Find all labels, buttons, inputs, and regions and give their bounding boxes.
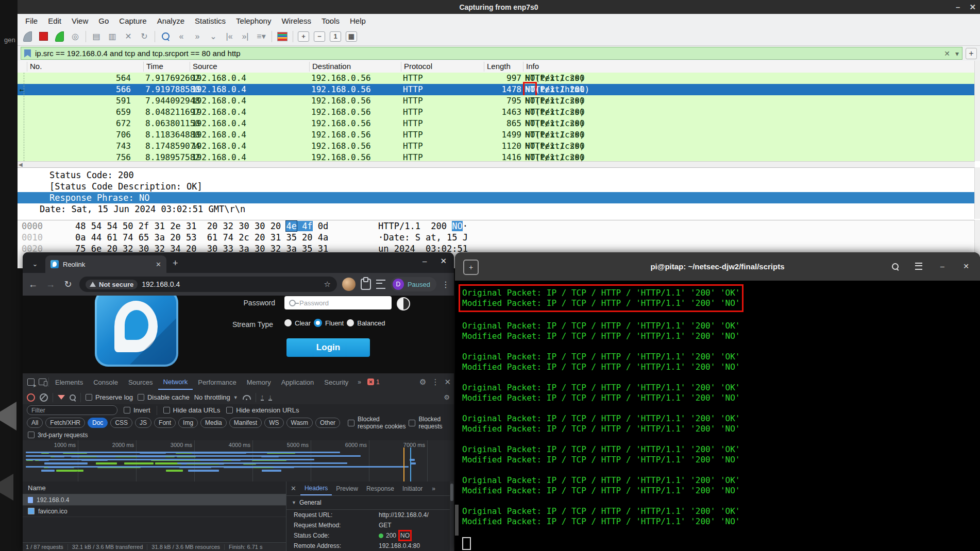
terminal-scrollbar[interactable] — [455, 505, 459, 536]
disable-cache-checkbox[interactable]: Disable cache — [138, 393, 190, 401]
device-toolbar-icon[interactable] — [37, 377, 47, 387]
network-overview-timeline[interactable]: 1000 ms2000 ms3000 ms4000 ms5000 ms6000 … — [23, 440, 454, 482]
zoom-in-icon[interactable]: + — [298, 31, 309, 42]
column-length[interactable]: Length — [484, 62, 511, 72]
export-har-icon[interactable]: ↓ — [268, 394, 272, 401]
column-no[interactable]: No. — [27, 62, 42, 72]
import-har-icon[interactable]: ↑ — [261, 394, 264, 401]
close-button[interactable]: ✕ — [440, 256, 447, 266]
network-filter-input[interactable]: Filter — [27, 405, 117, 415]
first-packet-icon[interactable]: |« — [224, 31, 235, 42]
chip-ws[interactable]: WS — [264, 418, 283, 428]
details-vscrollbar[interactable] — [974, 167, 980, 219]
detail-line[interactable]: Date: Sat, 15 Jun 2024 03:02:51 GMT\r\n — [18, 203, 975, 215]
find-packet-icon[interactable] — [160, 31, 171, 42]
panel-more-tabs-icon[interactable]: » — [429, 485, 438, 492]
column-protocol[interactable]: Protocol — [401, 62, 432, 72]
devtools-tab-elements[interactable]: Elements — [50, 375, 88, 389]
chrome-menu-icon[interactable]: ⋮ — [442, 280, 450, 289]
stream-radio-clear[interactable] — [284, 319, 292, 326]
menu-capture[interactable]: Capture — [114, 15, 151, 26]
throttling-dropdown[interactable]: No throttling▼ — [194, 393, 238, 401]
detail-line[interactable]: Response Phrase: NO — [18, 192, 975, 203]
name-column-header[interactable]: Name — [23, 481, 286, 494]
devtools-settings-icon[interactable]: ⚙ — [419, 377, 426, 387]
close-button[interactable]: ✕ — [969, 3, 976, 12]
tab-close-icon[interactable]: ✕ — [156, 261, 161, 268]
detail-line[interactable]: [Status Code Description: OK] — [18, 181, 975, 192]
chip-doc[interactable]: Doc — [88, 418, 108, 428]
terminal-titlebar[interactable]: + pi@pitap: ~/netsec-djw2/final/scripts … — [455, 252, 980, 281]
resize-columns-icon[interactable]: ▦ — [346, 31, 357, 42]
packet-row[interactable]: 5667.919788580192.168.0.4192.168.0.56HTT… — [18, 84, 975, 95]
filter-apply-icon[interactable]: ▾ — [955, 49, 959, 58]
bookmark-star-icon[interactable]: ☆ — [324, 280, 330, 289]
stream-radio-balanced[interactable] — [347, 319, 354, 326]
hide-extension-urls-checkbox[interactable]: Hide extension URLs — [226, 406, 299, 414]
request-row[interactable]: favicon.ico — [23, 506, 286, 517]
new-tab-icon[interactable]: + — [173, 258, 178, 269]
hex-row[interactable]: 00100a 44 61 74 65 3a 20 53 61 74 2c 20 … — [18, 232, 975, 243]
record-icon[interactable] — [27, 393, 35, 402]
more-tabs-icon[interactable]: » — [354, 378, 364, 386]
chip-wasm[interactable]: Wasm — [286, 418, 313, 428]
reading-list-icon[interactable] — [376, 280, 385, 289]
menu-go[interactable]: Go — [94, 15, 113, 26]
terminal-menu-icon[interactable] — [911, 259, 926, 274]
chip-fetchxhr[interactable]: Fetch/XHR — [45, 418, 85, 428]
avatar[interactable] — [342, 278, 356, 291]
search-icon[interactable] — [70, 394, 76, 401]
filter-clear-icon[interactable]: ✕ — [944, 49, 950, 58]
network-conditions-icon[interactable] — [243, 395, 251, 400]
detail-line[interactable]: Status Code: 200 — [18, 169, 975, 181]
menu-view[interactable]: View — [67, 15, 93, 26]
chip-manifest[interactable]: Manifest — [229, 418, 262, 428]
chip-css[interactable]: CSS — [110, 418, 132, 428]
filter-icon[interactable] — [58, 395, 65, 400]
preserve-log-checkbox[interactable]: Preserve log — [86, 393, 133, 401]
close-file-icon[interactable]: ✕ — [123, 31, 134, 42]
minimize-button[interactable]: – — [423, 256, 427, 266]
column-info[interactable]: Info — [523, 62, 539, 72]
go-to-packet-icon[interactable]: ⌄ — [208, 31, 219, 42]
packet-row[interactable]: 5917.944092948192.168.0.4192.168.0.56HTT… — [18, 95, 975, 107]
network-settings-icon[interactable]: ⚙ — [444, 393, 450, 401]
minimize-button[interactable]: – — [956, 3, 960, 11]
menu-analyze[interactable]: Analyze — [153, 15, 189, 26]
last-packet-icon[interactable]: »| — [240, 31, 251, 42]
packet-list-vscrollbar[interactable] — [974, 61, 980, 161]
blocked-cookies-checkbox[interactable]: Blocked response cookies — [348, 416, 406, 430]
chip-img[interactable]: Img — [178, 418, 198, 428]
start-capture-icon[interactable] — [22, 31, 33, 42]
profile-chip[interactable]: D Paused — [391, 277, 436, 291]
general-section-header[interactable]: ▼General — [286, 496, 454, 510]
back-icon[interactable]: ← — [27, 279, 39, 290]
menu-wireless[interactable]: Wireless — [277, 15, 316, 26]
packet-row[interactable]: 7438.174859074192.168.0.4192.168.0.56HTT… — [18, 141, 975, 152]
close-button[interactable]: ✕ — [958, 259, 974, 274]
filter-bookmark-icon[interactable] — [24, 49, 31, 58]
address-bar[interactable]: Not secure 192.168.0.4 ☆ — [79, 277, 337, 292]
previous-packet-icon[interactable]: « — [176, 31, 187, 42]
stop-capture-icon[interactable] — [38, 31, 49, 42]
terminal-search-icon[interactable] — [887, 259, 903, 274]
column-destination[interactable]: Destination — [309, 62, 351, 72]
forward-icon[interactable]: → — [44, 279, 57, 290]
packet-row[interactable]: 6728.063801150192.168.0.4192.168.0.56HTT… — [18, 118, 975, 129]
hide-data-urls-checkbox[interactable]: Hide data URLs — [163, 406, 221, 414]
new-terminal-icon[interactable]: + — [463, 260, 479, 275]
browser-tab[interactable]: Reolink ✕ — [45, 255, 166, 273]
colorize-icon[interactable] — [277, 31, 288, 42]
menu-help[interactable]: Help — [345, 15, 370, 26]
tab-search-icon[interactable]: ⌄ — [28, 256, 42, 271]
packet-row[interactable]: 5647.917692602192.168.0.4192.168.0.56HTT… — [18, 73, 975, 84]
request-row[interactable]: 192.168.0.4 — [23, 494, 286, 506]
column-source[interactable]: Source — [190, 62, 217, 72]
chip-font[interactable]: Font — [154, 418, 176, 428]
devtools-tab-security[interactable]: Security — [319, 375, 353, 389]
menu-file[interactable]: File — [21, 15, 42, 26]
minimize-button[interactable]: – — [935, 259, 950, 274]
zoom-out-icon[interactable]: − — [314, 31, 325, 42]
invert-checkbox[interactable]: Invert — [124, 406, 150, 414]
extension-icon[interactable] — [361, 279, 371, 290]
